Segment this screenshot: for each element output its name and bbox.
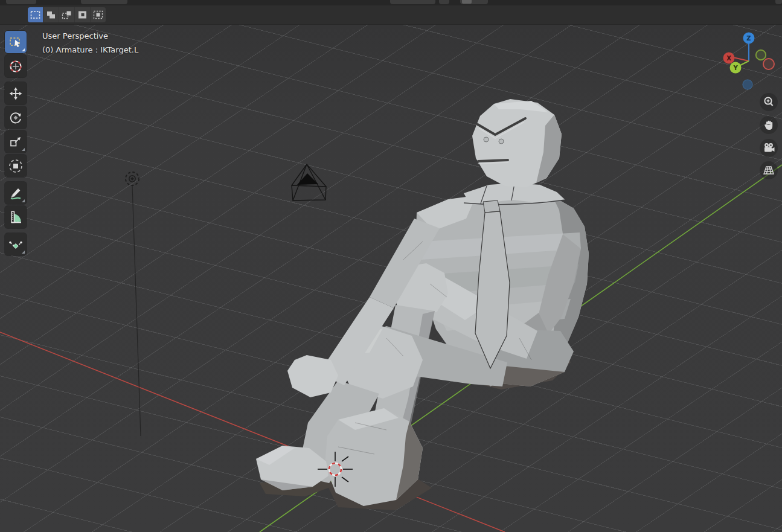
viewport-3d[interactable]: User Perspective (0) Armature : IKTarget… (0, 25, 782, 532)
select-mode-extend[interactable] (43, 7, 59, 22)
gizmo-axis-y-negative[interactable] (756, 50, 766, 60)
select-subtract-icon (61, 10, 72, 20)
tool-transform[interactable] (5, 155, 27, 177)
head (472, 99, 562, 187)
grid-projection-icon (762, 164, 775, 177)
camera-object[interactable] (292, 164, 326, 200)
svg-text:X: X (726, 55, 731, 62)
gizmo-axis-x-negative[interactable] (763, 59, 774, 69)
gizmo-axis-z-positive[interactable]: Z (743, 33, 755, 44)
character-mesh[interactable] (256, 99, 589, 510)
tool-cursor[interactable] (5, 55, 27, 77)
topbar (0, 0, 782, 5)
navigation-gizmo[interactable]: Z X Y (720, 26, 780, 94)
select-box-icon (8, 34, 24, 50)
select-mode-subtract[interactable] (59, 7, 74, 22)
left-hand (287, 355, 338, 397)
mouth (478, 160, 508, 161)
point-light[interactable] (126, 172, 141, 436)
scene-canvas (0, 25, 782, 532)
projection-toggle-button[interactable] (760, 161, 778, 179)
tool-options-indicator (22, 148, 25, 151)
pan-button[interactable] (760, 116, 778, 134)
pose-breakdowner-icon (8, 237, 24, 252)
tool-options-indicator (22, 199, 25, 202)
svg-text:Y: Y (732, 65, 738, 71)
tool-pose-breakdowner[interactable] (5, 233, 27, 255)
tool-measure[interactable] (5, 206, 27, 228)
gizmo-axis-z-negative[interactable] (743, 80, 752, 89)
select-extend-icon (45, 10, 57, 20)
select-mode-intersect[interactable] (90, 7, 106, 22)
svg-text:Z: Z (746, 35, 751, 42)
tool-options-indicator (22, 251, 25, 254)
gizmo-axis-y-positive[interactable]: Y (730, 62, 742, 74)
blender-window: { "viewport": { "perspective_label": "Us… (0, 0, 782, 532)
topbar-widget-fragment (390, 0, 435, 4)
viewport-overlay-text: User Perspective (0) Armature : IKTarget… (42, 31, 138, 55)
gizmo-axis-x-positive[interactable]: X (723, 53, 735, 64)
toolbar (5, 31, 27, 257)
right-eye (499, 139, 504, 144)
tool-rotate[interactable] (5, 106, 27, 129)
select-mode-group (28, 7, 106, 22)
select-set-icon (30, 10, 41, 20)
zoom-button[interactable] (760, 93, 778, 111)
select-intersect-icon (92, 10, 104, 20)
active-object-label: (0) Armature : IKTarget.L (42, 45, 138, 55)
tool-move[interactable] (5, 82, 27, 104)
topbar-widget-fragment (6, 0, 36, 4)
select-mode-set[interactable] (28, 7, 43, 22)
topbar-widget-fragment (460, 0, 488, 4)
viewport-header (0, 5, 782, 25)
zoom-icon (762, 95, 775, 109)
annotate-icon (8, 185, 24, 201)
select-invert-icon (77, 10, 88, 20)
hand-icon (762, 118, 775, 132)
tool-options-indicator (22, 48, 25, 51)
cursor-tool-icon (8, 59, 24, 74)
tool-select-box[interactable] (5, 31, 27, 53)
transform-icon (8, 158, 24, 174)
camera-view-button[interactable] (760, 139, 778, 157)
left-eye (484, 137, 489, 142)
scale-icon (8, 134, 24, 150)
move-icon (8, 86, 24, 101)
topbar-widget-fragment (439, 0, 449, 4)
camera-icon (762, 141, 775, 155)
topbar-widget-fragment (81, 0, 127, 4)
tool-scale[interactable] (5, 130, 27, 153)
perspective-label: User Perspective (42, 31, 138, 41)
tool-annotate[interactable] (5, 182, 27, 204)
topbar-widget-fragment (775, 0, 782, 4)
select-mode-invert[interactable] (74, 7, 90, 22)
measure-icon (8, 210, 24, 225)
rotate-icon (8, 110, 24, 126)
